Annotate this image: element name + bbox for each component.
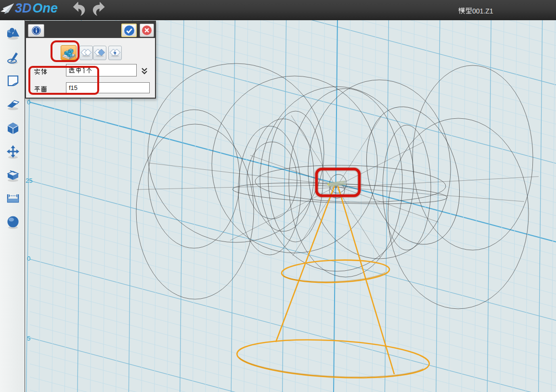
svg-text:0: 0 <box>27 255 30 262</box>
svg-text:5: 5 <box>27 335 30 342</box>
svg-text:0: 0 <box>27 99 30 106</box>
svg-text:001.Z1: 001.Z1 <box>472 7 493 15</box>
svg-text:25: 25 <box>26 177 32 184</box>
